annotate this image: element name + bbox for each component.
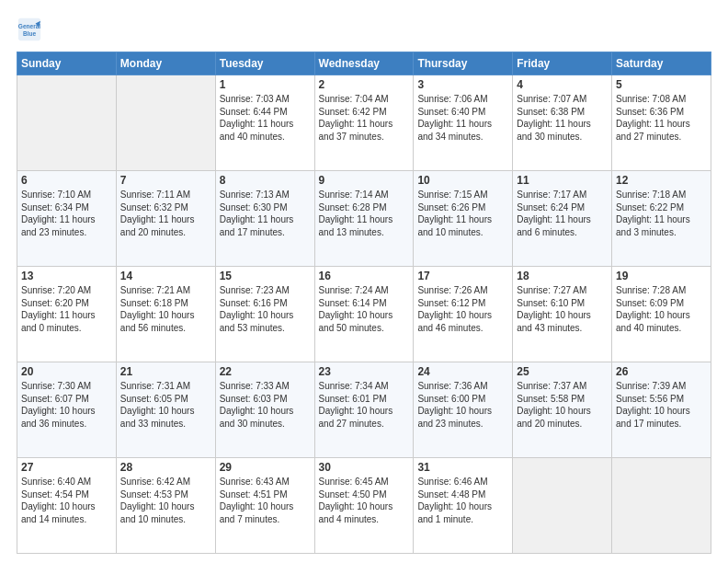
calendar-cell: 28Sunrise: 6:42 AM Sunset: 4:53 PM Dayli… — [116, 458, 215, 554]
svg-text:Blue: Blue — [23, 30, 36, 37]
day-number: 15 — [220, 270, 311, 282]
day-number: 29 — [220, 461, 311, 474]
calendar-week-row: 1Sunrise: 7:03 AM Sunset: 6:44 PM Daylig… — [17, 75, 711, 171]
day-number: 20 — [21, 365, 112, 378]
calendar-cell — [17, 75, 117, 171]
day-info: Sunrise: 6:45 AM Sunset: 4:50 PM Dayligh… — [319, 476, 410, 525]
day-number: 9 — [319, 174, 410, 187]
calendar-cell: 7Sunrise: 7:11 AM Sunset: 6:32 PM Daylig… — [116, 171, 215, 267]
day-info: Sunrise: 7:27 AM Sunset: 6:10 PM Dayligh… — [517, 284, 608, 334]
day-number: 3 — [417, 78, 508, 91]
calendar-cell: 29Sunrise: 6:43 AM Sunset: 4:51 PM Dayli… — [215, 458, 314, 554]
calendar-cell: 21Sunrise: 7:31 AM Sunset: 6:05 PM Dayli… — [116, 362, 215, 458]
calendar-cell: 5Sunrise: 7:08 AM Sunset: 6:36 PM Daylig… — [612, 75, 711, 171]
calendar-table: SundayMondayTuesdayWednesdayThursdayFrid… — [17, 52, 711, 554]
day-info: Sunrise: 7:24 AM Sunset: 6:14 PM Dayligh… — [319, 284, 410, 334]
calendar-cell: 15Sunrise: 7:23 AM Sunset: 6:16 PM Dayli… — [215, 267, 314, 362]
day-number: 1 — [220, 78, 311, 91]
calendar-cell — [612, 458, 711, 554]
day-number: 4 — [517, 78, 608, 91]
calendar-cell: 23Sunrise: 7:34 AM Sunset: 6:01 PM Dayli… — [314, 362, 414, 458]
day-info: Sunrise: 7:34 AM Sunset: 6:01 PM Dayligh… — [319, 380, 410, 430]
calendar-cell: 11Sunrise: 7:17 AM Sunset: 6:24 PM Dayli… — [513, 171, 612, 267]
weekday-header-cell: Friday — [513, 52, 612, 75]
day-info: Sunrise: 7:10 AM Sunset: 6:34 PM Dayligh… — [21, 189, 112, 238]
day-info: Sunrise: 7:11 AM Sunset: 6:32 PM Dayligh… — [120, 189, 211, 238]
day-number: 14 — [120, 270, 211, 282]
day-info: Sunrise: 7:06 AM Sunset: 6:40 PM Dayligh… — [417, 93, 508, 143]
calendar-cell: 27Sunrise: 6:40 AM Sunset: 4:54 PM Dayli… — [17, 458, 117, 554]
day-info: Sunrise: 7:37 AM Sunset: 5:58 PM Dayligh… — [517, 380, 608, 430]
day-number: 26 — [616, 365, 707, 378]
calendar-cell: 16Sunrise: 7:24 AM Sunset: 6:14 PM Dayli… — [314, 267, 414, 362]
day-number: 11 — [517, 174, 608, 187]
day-number: 19 — [616, 270, 707, 282]
day-number: 5 — [616, 78, 707, 91]
weekday-header-cell: Wednesday — [314, 52, 414, 75]
day-number: 28 — [120, 461, 211, 474]
calendar-cell: 2Sunrise: 7:04 AM Sunset: 6:42 PM Daylig… — [314, 75, 414, 171]
day-number: 31 — [417, 461, 508, 474]
day-info: Sunrise: 7:20 AM Sunset: 6:20 PM Dayligh… — [21, 284, 112, 334]
logo-icon: General Blue — [17, 17, 42, 42]
weekday-header-row: SundayMondayTuesdayWednesdayThursdayFrid… — [17, 52, 711, 75]
calendar-cell: 25Sunrise: 7:37 AM Sunset: 5:58 PM Dayli… — [513, 362, 612, 458]
calendar-week-row: 6Sunrise: 7:10 AM Sunset: 6:34 PM Daylig… — [17, 171, 711, 267]
day-info: Sunrise: 7:17 AM Sunset: 6:24 PM Dayligh… — [517, 189, 608, 238]
day-number: 18 — [517, 270, 608, 282]
day-info: Sunrise: 6:46 AM Sunset: 4:48 PM Dayligh… — [417, 476, 508, 525]
day-number: 16 — [319, 270, 410, 282]
calendar-cell — [116, 75, 215, 171]
day-info: Sunrise: 7:18 AM Sunset: 6:22 PM Dayligh… — [616, 189, 707, 238]
calendar-week-row: 20Sunrise: 7:30 AM Sunset: 6:07 PM Dayli… — [17, 362, 711, 458]
calendar-cell: 30Sunrise: 6:45 AM Sunset: 4:50 PM Dayli… — [314, 458, 414, 554]
day-info: Sunrise: 7:23 AM Sunset: 6:16 PM Dayligh… — [220, 284, 311, 334]
day-info: Sunrise: 6:40 AM Sunset: 4:54 PM Dayligh… — [21, 476, 112, 525]
day-number: 7 — [120, 174, 211, 187]
calendar-week-row: 13Sunrise: 7:20 AM Sunset: 6:20 PM Dayli… — [17, 267, 711, 362]
day-info: Sunrise: 7:03 AM Sunset: 6:44 PM Dayligh… — [220, 93, 311, 143]
day-number: 10 — [417, 174, 508, 187]
day-info: Sunrise: 7:36 AM Sunset: 6:00 PM Dayligh… — [417, 380, 508, 430]
calendar-cell — [513, 458, 612, 554]
calendar-cell: 20Sunrise: 7:30 AM Sunset: 6:07 PM Dayli… — [17, 362, 117, 458]
calendar-cell: 14Sunrise: 7:21 AM Sunset: 6:18 PM Dayli… — [116, 267, 215, 362]
day-info: Sunrise: 7:15 AM Sunset: 6:26 PM Dayligh… — [417, 189, 508, 238]
day-info: Sunrise: 7:28 AM Sunset: 6:09 PM Dayligh… — [616, 284, 707, 334]
calendar-cell: 9Sunrise: 7:14 AM Sunset: 6:28 PM Daylig… — [314, 171, 414, 267]
day-info: Sunrise: 7:31 AM Sunset: 6:05 PM Dayligh… — [120, 380, 211, 430]
day-info: Sunrise: 7:21 AM Sunset: 6:18 PM Dayligh… — [120, 284, 211, 334]
day-number: 17 — [417, 270, 508, 282]
day-info: Sunrise: 7:26 AM Sunset: 6:12 PM Dayligh… — [417, 284, 508, 334]
day-number: 30 — [319, 461, 410, 474]
calendar-cell: 18Sunrise: 7:27 AM Sunset: 6:10 PM Dayli… — [513, 267, 612, 362]
day-number: 25 — [517, 365, 608, 378]
day-info: Sunrise: 7:33 AM Sunset: 6:03 PM Dayligh… — [220, 380, 311, 430]
day-info: Sunrise: 7:30 AM Sunset: 6:07 PM Dayligh… — [21, 380, 112, 430]
calendar-cell: 22Sunrise: 7:33 AM Sunset: 6:03 PM Dayli… — [215, 362, 314, 458]
day-number: 12 — [616, 174, 707, 187]
weekday-header-cell: Monday — [116, 52, 215, 75]
calendar-week-row: 27Sunrise: 6:40 AM Sunset: 4:54 PM Dayli… — [17, 458, 711, 554]
day-number: 22 — [220, 365, 311, 378]
weekday-header-cell: Saturday — [612, 52, 711, 75]
day-number: 13 — [21, 270, 112, 282]
day-info: Sunrise: 6:43 AM Sunset: 4:51 PM Dayligh… — [220, 476, 311, 525]
calendar-cell: 3Sunrise: 7:06 AM Sunset: 6:40 PM Daylig… — [414, 75, 513, 171]
day-info: Sunrise: 7:39 AM Sunset: 5:56 PM Dayligh… — [616, 380, 707, 430]
calendar-cell: 19Sunrise: 7:28 AM Sunset: 6:09 PM Dayli… — [612, 267, 711, 362]
day-number: 23 — [319, 365, 410, 378]
day-number: 6 — [21, 174, 112, 187]
day-number: 27 — [21, 461, 112, 474]
day-number: 8 — [220, 174, 311, 187]
calendar-cell: 8Sunrise: 7:13 AM Sunset: 6:30 PM Daylig… — [215, 171, 314, 267]
calendar-cell: 26Sunrise: 7:39 AM Sunset: 5:56 PM Dayli… — [612, 362, 711, 458]
calendar-cell: 10Sunrise: 7:15 AM Sunset: 6:26 PM Dayli… — [414, 171, 513, 267]
calendar-body: 1Sunrise: 7:03 AM Sunset: 6:44 PM Daylig… — [17, 75, 711, 554]
calendar-cell: 4Sunrise: 7:07 AM Sunset: 6:38 PM Daylig… — [513, 75, 612, 171]
day-info: Sunrise: 7:04 AM Sunset: 6:42 PM Dayligh… — [319, 93, 410, 143]
calendar-cell: 17Sunrise: 7:26 AM Sunset: 6:12 PM Dayli… — [414, 267, 513, 362]
logo: General Blue — [17, 17, 46, 42]
calendar-cell: 13Sunrise: 7:20 AM Sunset: 6:20 PM Dayli… — [17, 267, 117, 362]
weekday-header-cell: Sunday — [17, 52, 117, 75]
